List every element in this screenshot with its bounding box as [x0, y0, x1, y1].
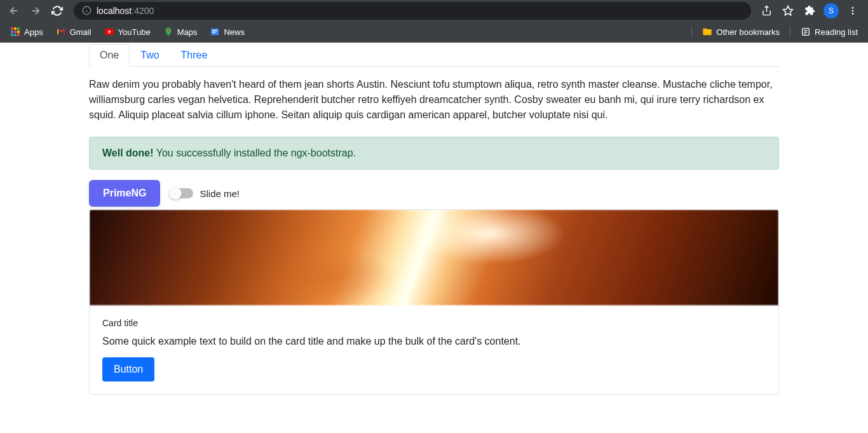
- toggle-thumb: [169, 187, 182, 200]
- svg-marker-3: [783, 6, 793, 15]
- alert-strong: Well done!: [102, 148, 154, 158]
- card-title: Card title: [102, 318, 766, 328]
- nav-tabs: One Two Three: [89, 44, 779, 67]
- bookmark-gmail[interactable]: Gmail: [51, 24, 97, 39]
- reload-button[interactable]: [48, 2, 66, 20]
- folder-icon: [702, 27, 712, 37]
- svg-point-8: [167, 29, 169, 31]
- card-body: Card title Some quick example text to bu…: [90, 305, 778, 394]
- browser-chrome: localhost:4200 S Apps: [0, 0, 868, 43]
- maps-icon: [163, 27, 173, 37]
- bookmarks-bar: Apps Gmail YouTube Maps News: [0, 21, 868, 43]
- bookmark-label: Gmail: [70, 27, 92, 37]
- browser-toolbar: localhost:4200 S: [0, 0, 868, 21]
- controls-row: PrimeNG Slide me!: [89, 180, 779, 207]
- bookmark-label: YouTube: [118, 27, 151, 37]
- tab-two[interactable]: Two: [130, 44, 170, 67]
- bookmark-label: Reading list: [815, 27, 858, 37]
- reading-list[interactable]: Reading list: [796, 24, 863, 39]
- url-text: localhost:4200: [97, 6, 154, 16]
- bookmark-label: Maps: [177, 27, 198, 37]
- bookmark-label: Other bookmarks: [716, 27, 780, 37]
- bookmark-star-icon[interactable]: [780, 3, 796, 18]
- card-button[interactable]: Button: [102, 357, 154, 381]
- divider: [790, 26, 790, 38]
- share-icon[interactable]: [759, 3, 774, 18]
- tab-three[interactable]: Three: [170, 44, 219, 67]
- forward-button[interactable]: [27, 2, 44, 20]
- page-content: One Two Three Raw denim you probably hav…: [81, 44, 787, 395]
- card-image: [90, 210, 778, 305]
- tab-one[interactable]: One: [89, 44, 130, 67]
- profile-avatar[interactable]: S: [824, 3, 839, 18]
- bookmark-apps[interactable]: Apps: [5, 24, 48, 39]
- bookmark-label: Apps: [24, 27, 43, 37]
- svg-point-5: [852, 10, 854, 11]
- svg-point-6: [852, 13, 854, 15]
- address-bar[interactable]: localhost:4200: [74, 2, 751, 20]
- tab-content: Raw denim you probably haven't heard of …: [89, 67, 779, 133]
- other-bookmarks[interactable]: Other bookmarks: [697, 24, 785, 39]
- card: Card title Some quick example text to bu…: [89, 209, 779, 395]
- alert-text: You successfully installed the ngx-boots…: [154, 148, 356, 158]
- site-info-icon[interactable]: [81, 6, 92, 16]
- reading-list-icon: [801, 27, 811, 37]
- bookmark-maps[interactable]: Maps: [158, 24, 203, 39]
- toggle-label: Slide me!: [200, 188, 240, 199]
- back-button[interactable]: [5, 2, 23, 20]
- divider: [691, 26, 692, 38]
- bookmark-youtube[interactable]: YouTube: [99, 24, 156, 39]
- apps-icon: [10, 27, 20, 37]
- alert-success: Well done! You successfully installed th…: [89, 137, 779, 170]
- slide-toggle[interactable]: [170, 188, 193, 198]
- svg-point-4: [852, 7, 854, 9]
- news-icon: [210, 27, 220, 37]
- svg-rect-10: [212, 30, 217, 31]
- bookmark-news[interactable]: News: [205, 24, 250, 39]
- extensions-icon[interactable]: [802, 3, 817, 18]
- svg-rect-11: [212, 32, 215, 32]
- menu-icon[interactable]: [845, 3, 860, 18]
- card-text: Some quick example text to build on the …: [102, 336, 766, 347]
- youtube-icon: [104, 27, 114, 37]
- gmail-icon: [56, 27, 66, 37]
- primeng-button[interactable]: PrimeNG: [89, 180, 160, 207]
- bookmark-label: News: [224, 27, 245, 37]
